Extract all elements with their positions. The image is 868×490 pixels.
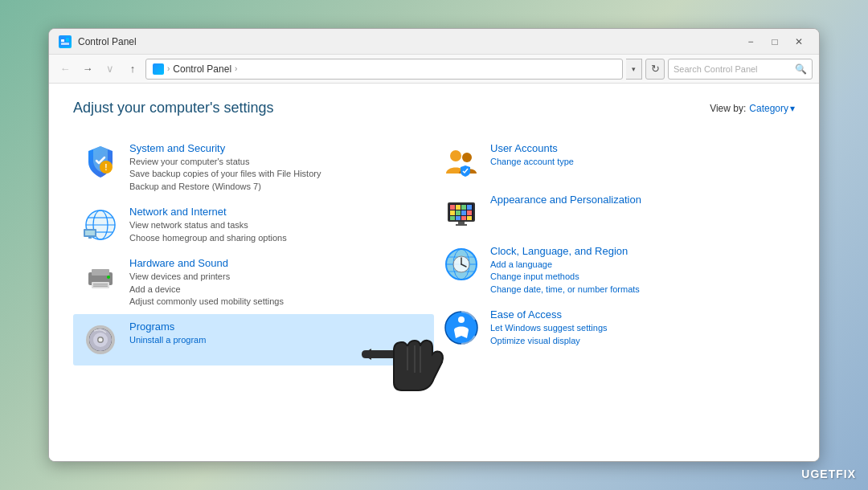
- system-security-sub-3: Backup and Restore (Windows 7): [129, 182, 261, 191]
- category-system-security[interactable]: ! System and Security Review your comput…: [73, 136, 434, 199]
- svg-rect-18: [93, 284, 108, 285]
- appearance-title[interactable]: Appearance and Personalization: [490, 194, 787, 206]
- change-account-link[interactable]: Change account type: [490, 156, 787, 168]
- svg-rect-31: [450, 205, 455, 210]
- user-accounts-subs: Change account type: [490, 156, 787, 168]
- address-path[interactable]: › Control Panel ›: [145, 59, 623, 80]
- svg-rect-42: [467, 216, 472, 220]
- address-dropdown-button[interactable]: ▾: [626, 59, 642, 80]
- system-security-sub-1: Review your computer's status: [129, 157, 249, 166]
- search-placeholder: Search Control Panel: [674, 64, 758, 74]
- add-language-link[interactable]: Add a language: [490, 259, 787, 271]
- appearance-text: Appearance and Personalization: [490, 194, 787, 207]
- hardware-sound-subs: View devices and printers Add a device A…: [129, 271, 426, 308]
- window-controls: − □ ✕: [740, 34, 809, 50]
- svg-point-28: [462, 153, 472, 162]
- forward-button[interactable]: →: [78, 59, 97, 79]
- svg-rect-41: [461, 216, 466, 220]
- refresh-button[interactable]: ↻: [645, 59, 665, 80]
- network-internet-text: Network and Internet View network status…: [129, 206, 426, 244]
- window-icon: [59, 35, 72, 48]
- hardware-sound-title[interactable]: Hardware and Sound: [129, 257, 426, 269]
- path-separator-2: ›: [235, 64, 237, 73]
- category-hardware-sound[interactable]: Hardware and Sound View devices and prin…: [73, 251, 434, 314]
- user-accounts-text: User Accounts Change account type: [490, 142, 787, 168]
- view-by-category[interactable]: Category ▾: [749, 103, 795, 114]
- optimize-visual-link[interactable]: Optimize visual display: [490, 335, 787, 347]
- svg-rect-40: [456, 216, 461, 220]
- left-column: ! System and Security Review your comput…: [73, 136, 434, 365]
- svg-rect-38: [467, 210, 472, 215]
- programs-text: Programs Uninstall a program: [129, 321, 426, 346]
- svg-point-26: [99, 338, 103, 342]
- system-security-sub-2: Save backup copies of your files with Fi…: [129, 169, 321, 178]
- right-column: User Accounts Change account type: [434, 136, 795, 365]
- dropdown-recent-button[interactable]: ∨: [100, 59, 120, 79]
- svg-rect-44: [456, 224, 467, 226]
- network-internet-title[interactable]: Network and Internet: [129, 206, 426, 218]
- hardware-sub-1: View devices and printers: [129, 272, 230, 281]
- svg-rect-35: [450, 210, 455, 215]
- change-input-link[interactable]: Change input methods: [490, 271, 787, 283]
- main-window: Control Panel − □ ✕ ← → ∨ ↑ › Control Pa…: [48, 28, 820, 462]
- page-title: Adjust your computer's settings: [73, 100, 274, 116]
- title-bar: Control Panel − □ ✕: [49, 29, 819, 55]
- window-title: Control Panel: [78, 36, 740, 47]
- user-accounts-title[interactable]: User Accounts: [490, 142, 787, 154]
- system-security-title[interactable]: System and Security: [129, 142, 426, 154]
- ease-access-title[interactable]: Ease of Access: [490, 308, 787, 321]
- category-clock-language[interactable]: Clock, Language, and Region Add a langua…: [434, 239, 795, 302]
- svg-rect-43: [458, 222, 465, 224]
- content-area: Adjust your computer's settings View by:…: [49, 84, 819, 461]
- svg-text:!: !: [104, 163, 107, 172]
- ease-access-text: Ease of Access Let Windows suggest setti…: [490, 308, 787, 347]
- view-by-value: Category: [749, 103, 788, 114]
- category-user-accounts[interactable]: User Accounts Change account type: [434, 136, 795, 187]
- clock-language-title[interactable]: Clock, Language, and Region: [490, 245, 787, 257]
- category-programs[interactable]: Programs Uninstall a program: [73, 314, 434, 365]
- system-security-subs: Review your computer's status Save backu…: [129, 156, 426, 193]
- svg-rect-16: [92, 269, 109, 276]
- svg-rect-34: [467, 205, 472, 210]
- svg-point-27: [450, 150, 461, 161]
- uninstall-link[interactable]: Uninstall a program: [129, 334, 426, 346]
- svg-point-20: [107, 276, 110, 279]
- svg-rect-19: [93, 286, 108, 288]
- path-segment-control-panel[interactable]: Control Panel: [173, 63, 231, 75]
- user-accounts-icon: [442, 142, 481, 181]
- address-bar: ← → ∨ ↑ › Control Panel › ▾ ↻ Search Con…: [49, 55, 819, 84]
- minimize-button[interactable]: −: [740, 34, 761, 50]
- svg-rect-17: [92, 282, 109, 288]
- svg-rect-3: [61, 43, 69, 45]
- svg-rect-13: [85, 231, 95, 235]
- close-button[interactable]: ✕: [788, 34, 809, 50]
- search-icon: 🔍: [795, 63, 807, 75]
- category-network-internet[interactable]: Network and Internet View network status…: [73, 199, 434, 251]
- clock-language-subs: Add a language Change input methods Chan…: [490, 259, 787, 296]
- network-sub-2: Choose homegroup and sharing options: [129, 233, 287, 243]
- categories-grid: ! System and Security Review your comput…: [73, 136, 795, 365]
- programs-icon: [81, 321, 120, 359]
- category-ease-access[interactable]: Ease of Access Let Windows suggest setti…: [434, 302, 795, 353]
- svg-rect-14: [88, 237, 92, 239]
- view-by-arrow: ▾: [790, 103, 795, 114]
- system-security-text: System and Security Review your computer…: [129, 142, 426, 193]
- network-sub-1: View network status and tasks: [129, 220, 248, 230]
- programs-title[interactable]: Programs: [129, 321, 426, 333]
- svg-rect-39: [450, 216, 455, 220]
- suggest-settings-link[interactable]: Let Windows suggest settings: [490, 322, 787, 334]
- maximize-button[interactable]: □: [764, 34, 785, 50]
- search-box[interactable]: Search Control Panel 🔍: [668, 59, 813, 80]
- svg-rect-37: [461, 210, 466, 215]
- svg-rect-32: [456, 205, 461, 210]
- address-path-icon: [153, 63, 164, 75]
- clock-language-icon: [442, 245, 481, 284]
- category-appearance[interactable]: Appearance and Personalization: [434, 187, 795, 239]
- back-button[interactable]: ←: [55, 59, 75, 79]
- ease-access-icon: [442, 308, 481, 347]
- path-separator-1: ›: [167, 64, 170, 73]
- change-date-link[interactable]: Change date, time, or number formats: [490, 284, 787, 296]
- up-button[interactable]: ↑: [123, 59, 142, 79]
- hardware-sub-2: Add a device: [129, 284, 181, 294]
- ease-access-subs: Let Windows suggest settings Optimize vi…: [490, 322, 787, 347]
